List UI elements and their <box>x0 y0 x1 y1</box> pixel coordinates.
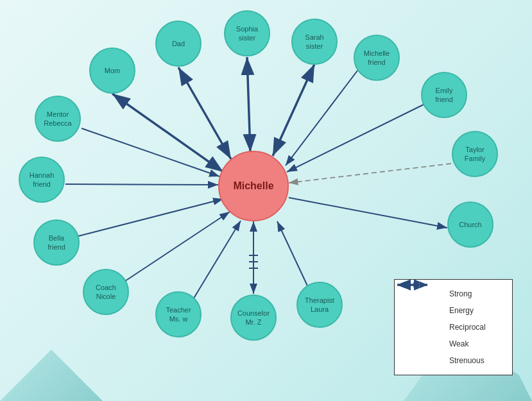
node-center: Michelle <box>218 151 289 221</box>
node-hannah: Hannah friend <box>19 157 65 203</box>
node-sophia: Sophia sister <box>224 10 270 56</box>
node-therapist: Therapist Laura <box>296 282 343 328</box>
diagram-container: Mom Dad Sophia sister Sarah sister Miche… <box>0 0 532 401</box>
svg-line-8 <box>286 71 357 166</box>
legend-item-strenuous: Strenuous <box>408 355 499 366</box>
svg-line-13 <box>65 184 218 185</box>
node-bella: Bella friend <box>33 219 80 266</box>
legend-line-strenuous <box>408 355 443 366</box>
svg-line-16 <box>193 221 241 300</box>
node-mom: Mom <box>89 47 135 94</box>
svg-line-15 <box>125 212 230 281</box>
node-emily: Emily friend <box>421 72 467 118</box>
node-michelle-friend: Michelle friend <box>354 35 400 81</box>
node-dad: Dad <box>155 21 202 67</box>
node-coach: Coach Nicole <box>83 269 129 315</box>
node-teacher: Teacher Ms. w <box>155 291 202 337</box>
svg-line-7 <box>273 64 314 156</box>
node-counselor: Counselor Mr. Z <box>230 294 277 341</box>
node-taylor: Taylor Family <box>452 131 498 177</box>
svg-line-6 <box>247 57 250 152</box>
node-church: Church <box>447 201 493 248</box>
svg-line-9 <box>287 104 425 172</box>
node-sarah: Sarah sister <box>291 19 338 65</box>
svg-line-10 <box>289 164 451 183</box>
svg-line-17 <box>277 221 311 293</box>
node-mentor: Mentor Rebecca <box>35 96 81 142</box>
svg-line-11 <box>289 198 447 228</box>
svg-line-12 <box>82 128 219 176</box>
svg-line-4 <box>112 94 223 172</box>
legend-box: Strong Energy <box>394 279 513 375</box>
